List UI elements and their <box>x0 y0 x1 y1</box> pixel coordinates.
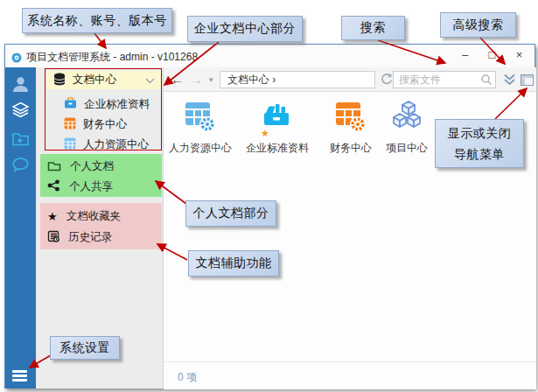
callout-title-info: 系统名称、账号、版本号 <box>22 8 172 33</box>
callout-enterprise-doc: 企业文档中心部分 <box>187 16 303 42</box>
status-bar: 0 项 <box>164 361 536 389</box>
star-icon: ★ <box>47 211 58 223</box>
favorite-star-icon: ★ <box>261 128 269 139</box>
toolbar: ← → ▾ 文档中心 › <box>164 67 536 92</box>
forward-icon[interactable]: → <box>190 71 203 88</box>
callout-nav-toggle: 显示或关闭 导航菜单 <box>435 119 524 168</box>
chevron-down-icon[interactable] <box>145 74 155 87</box>
nav-item-doc-center[interactable]: 文档中心 <box>46 71 161 89</box>
share-icon <box>47 179 60 194</box>
callout-text: 搜索 <box>360 20 386 36</box>
cubes-icon <box>389 99 424 139</box>
finance-table-gear-icon <box>333 99 368 139</box>
maximize-button[interactable]: □ <box>479 45 506 67</box>
item-count: 0 项 <box>178 370 197 385</box>
search-box <box>393 71 496 88</box>
nav-item-hr-center[interactable]: 人力资源中心 <box>46 137 161 151</box>
content-item-hr-center[interactable]: 人力资源中心 <box>164 99 237 156</box>
callout-system-settings: 系统设置 <box>50 336 120 360</box>
callout-personal-doc: 个人文档部分 <box>185 200 276 227</box>
callout-text: 显示或关闭 <box>448 122 512 144</box>
chat-icon[interactable] <box>11 156 30 174</box>
close-button[interactable]: × <box>506 45 533 67</box>
callout-text: 系统名称、账号、版本号 <box>27 13 167 29</box>
nav-label: 文档收藏夹 <box>66 209 122 224</box>
content-item-label: 人力资源中心 <box>164 141 237 156</box>
window-title: 项目文档管理系统 - admin - v101268 <box>26 50 198 65</box>
nav-item-enterprise-standard[interactable]: 企业标准资料 <box>46 97 161 111</box>
callout-text: 高级搜索 <box>453 18 504 33</box>
shared-folder-icon[interactable] <box>11 130 30 149</box>
settings-menu-icon[interactable] <box>11 369 30 388</box>
callout-text: 企业文档中心部分 <box>194 21 296 37</box>
screenshot-stage: 项目文档管理系统 - admin - v101268 – □ × <box>0 0 538 392</box>
icon-sidebar <box>5 67 36 388</box>
nav-label: 文档中心 <box>73 73 116 88</box>
briefcase-icon <box>64 97 77 111</box>
callout-doc-aux: 文档辅助功能 <box>188 250 279 276</box>
title-bar: 项目文档管理系统 - admin - v101268 – □ × <box>5 45 535 67</box>
callout-text: 导航菜单 <box>454 144 505 164</box>
breadcrumb[interactable]: 文档中心 › <box>220 71 375 88</box>
minimize-button[interactable]: – <box>451 45 479 67</box>
content-item-enterprise-standard[interactable]: ★ 企业标准资料 <box>241 99 314 156</box>
drawer-icon: ★ <box>260 99 295 139</box>
history-dropdown-icon[interactable]: ▾ <box>209 71 213 88</box>
back-icon[interactable]: ← <box>171 71 184 88</box>
nav-label: 历史记录 <box>68 230 112 245</box>
nav-menu-toggle-icon[interactable] <box>521 74 534 89</box>
nav-label: 企业标准资料 <box>84 97 150 112</box>
nav-item-favorites[interactable]: ★ 文档收藏夹 <box>47 208 121 225</box>
content-item-label: 项目中心 <box>370 141 444 156</box>
callout-text: 系统设置 <box>59 340 110 356</box>
history-icon <box>47 230 59 245</box>
callout-text: 文档辅助功能 <box>196 256 272 271</box>
content-item-label: 企业标准资料 <box>241 141 314 156</box>
hr-table-gear-icon <box>183 99 218 139</box>
user-icon[interactable] <box>11 75 30 94</box>
nav-label: 财务中心 <box>83 117 127 132</box>
hr-grid-icon <box>64 137 76 152</box>
callout-search: 搜索 <box>341 16 405 40</box>
database-icon <box>53 73 66 88</box>
nav-item-history[interactable]: 历史记录 <box>47 229 112 246</box>
layers-icon[interactable] <box>11 101 30 119</box>
nav-item-personal-share[interactable]: 个人共享 <box>47 178 113 195</box>
nav-label: 人力资源中心 <box>83 137 149 152</box>
refresh-icon[interactable] <box>380 73 394 90</box>
main-area: ← → ▾ 文档中心 › <box>164 67 536 389</box>
app-logo-icon <box>11 51 22 61</box>
callout-text: 个人文档部分 <box>193 206 269 221</box>
personal-docs-section: 个人文档 个人共享 <box>40 154 162 197</box>
nav-label: 个人文档 <box>70 159 114 174</box>
callout-advanced-search: 高级搜索 <box>440 12 516 38</box>
advanced-search-icon[interactable] <box>503 74 516 89</box>
folder-icon <box>47 160 61 174</box>
nav-item-finance-center[interactable]: 财务中心 <box>46 117 161 131</box>
doc-aux-section: ★ 文档收藏夹 历史记录 <box>40 203 162 249</box>
content-item-project-center[interactable]: 项目中心 <box>370 99 444 156</box>
nav-label: 个人共享 <box>69 179 113 194</box>
nav-item-personal-docs[interactable]: 个人文档 <box>47 158 114 175</box>
finance-grid-icon <box>64 117 76 132</box>
search-icon <box>480 74 493 89</box>
